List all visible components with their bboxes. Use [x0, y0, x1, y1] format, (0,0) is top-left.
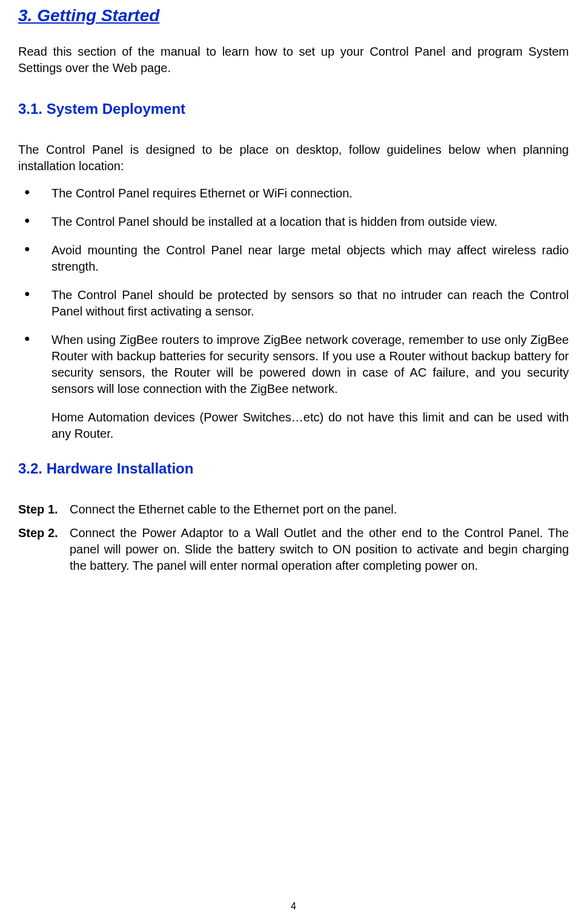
bullet-sub-text: Home Automation devices (Power Switches…… — [18, 409, 569, 442]
bullet-item: The Control Panel requires Ethernet or W… — [18, 185, 569, 202]
heading-hardware-installation: 3.2. Hardware Installation — [18, 460, 569, 477]
body-31-intro: The Control Panel is designed to be plac… — [18, 142, 569, 174]
step-2: Step 2. Connect the Power Adaptor to a W… — [18, 525, 569, 574]
intro-paragraph: Read this section of the manual to learn… — [18, 44, 569, 76]
bullet-item: When using ZigBee routers to improve Zig… — [18, 332, 569, 397]
step-label: Step 1. — [18, 501, 70, 518]
bullet-item: The Control Panel should be installed at… — [18, 214, 569, 230]
step-1: Step 1. Connect the Ethernet cable to th… — [18, 501, 569, 518]
heading-main: 3. Getting Started — [18, 6, 569, 25]
step-text: Connect the Ethernet cable to the Ethern… — [70, 501, 569, 518]
page-number: 4 — [291, 901, 296, 912]
step-text: Connect the Power Adaptor to a Wall Outl… — [70, 525, 569, 574]
bullet-item: Avoid mounting the Control Panel near la… — [18, 242, 569, 275]
bullet-list: The Control Panel requires Ethernet or W… — [18, 185, 569, 442]
bullet-item: The Control Panel should be protected by… — [18, 287, 569, 320]
step-label: Step 2. — [18, 525, 70, 541]
heading-system-deployment: 3.1. System Deployment — [18, 101, 569, 117]
